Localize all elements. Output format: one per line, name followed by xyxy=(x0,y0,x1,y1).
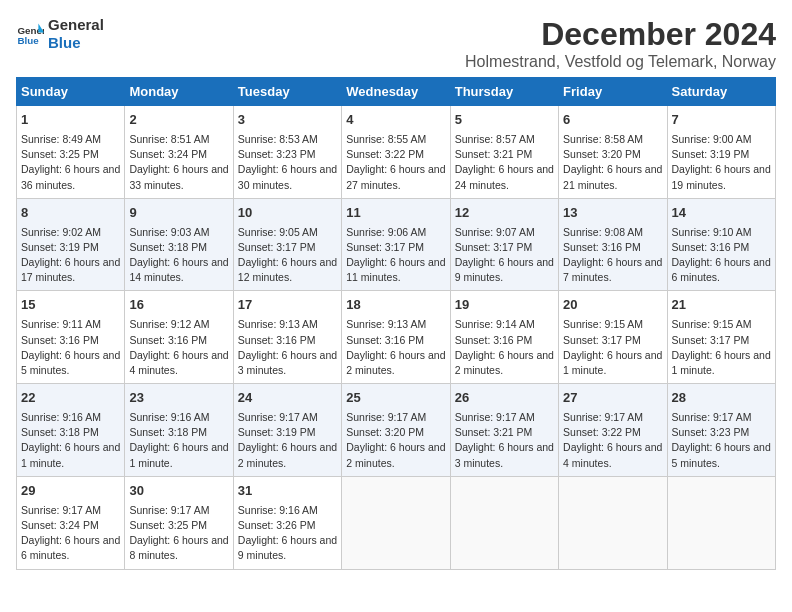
sunrise: Sunrise: 8:58 AM xyxy=(563,133,643,145)
calendar-cell: 20Sunrise: 9:15 AMSunset: 3:17 PMDayligh… xyxy=(559,291,667,384)
calendar-cell: 27Sunrise: 9:17 AMSunset: 3:22 PMDayligh… xyxy=(559,384,667,477)
sunset: Sunset: 3:24 PM xyxy=(129,148,207,160)
sunset: Sunset: 3:17 PM xyxy=(455,241,533,253)
calendar-header-row: SundayMondayTuesdayWednesdayThursdayFrid… xyxy=(17,78,776,106)
day-number: 11 xyxy=(346,204,445,223)
day-number: 27 xyxy=(563,389,662,408)
sunrise: Sunrise: 9:17 AM xyxy=(21,504,101,516)
sunrise: Sunrise: 9:15 AM xyxy=(672,318,752,330)
sunset: Sunset: 3:19 PM xyxy=(238,426,316,438)
daylight: Daylight: 6 hours and 2 minutes. xyxy=(346,441,445,468)
sunset: Sunset: 3:16 PM xyxy=(672,241,750,253)
week-row-1: 1Sunrise: 8:49 AMSunset: 3:25 PMDaylight… xyxy=(17,106,776,199)
header-tuesday: Tuesday xyxy=(233,78,341,106)
header-thursday: Thursday xyxy=(450,78,558,106)
sunrise: Sunrise: 9:16 AM xyxy=(238,504,318,516)
sunrise: Sunrise: 8:53 AM xyxy=(238,133,318,145)
calendar-cell: 11Sunrise: 9:06 AMSunset: 3:17 PMDayligh… xyxy=(342,198,450,291)
calendar-cell: 15Sunrise: 9:11 AMSunset: 3:16 PMDayligh… xyxy=(17,291,125,384)
header-monday: Monday xyxy=(125,78,233,106)
day-number: 12 xyxy=(455,204,554,223)
calendar-cell: 28Sunrise: 9:17 AMSunset: 3:23 PMDayligh… xyxy=(667,384,775,477)
calendar-cell: 3Sunrise: 8:53 AMSunset: 3:23 PMDaylight… xyxy=(233,106,341,199)
daylight: Daylight: 6 hours and 33 minutes. xyxy=(129,163,228,190)
day-number: 23 xyxy=(129,389,228,408)
sunrise: Sunrise: 9:07 AM xyxy=(455,226,535,238)
sunrise: Sunrise: 9:17 AM xyxy=(563,411,643,423)
day-number: 6 xyxy=(563,111,662,130)
daylight: Daylight: 6 hours and 2 minutes. xyxy=(238,441,337,468)
daylight: Daylight: 6 hours and 5 minutes. xyxy=(21,349,120,376)
calendar-cell: 1Sunrise: 8:49 AMSunset: 3:25 PMDaylight… xyxy=(17,106,125,199)
calendar-cell xyxy=(450,476,558,569)
sunset: Sunset: 3:19 PM xyxy=(672,148,750,160)
calendar-cell: 10Sunrise: 9:05 AMSunset: 3:17 PMDayligh… xyxy=(233,198,341,291)
sunrise: Sunrise: 9:17 AM xyxy=(672,411,752,423)
calendar-cell: 14Sunrise: 9:10 AMSunset: 3:16 PMDayligh… xyxy=(667,198,775,291)
day-number: 7 xyxy=(672,111,771,130)
calendar-cell: 13Sunrise: 9:08 AMSunset: 3:16 PMDayligh… xyxy=(559,198,667,291)
sunrise: Sunrise: 9:17 AM xyxy=(346,411,426,423)
calendar-cell: 16Sunrise: 9:12 AMSunset: 3:16 PMDayligh… xyxy=(125,291,233,384)
daylight: Daylight: 6 hours and 4 minutes. xyxy=(563,441,662,468)
calendar-cell: 21Sunrise: 9:15 AMSunset: 3:17 PMDayligh… xyxy=(667,291,775,384)
daylight: Daylight: 6 hours and 1 minute. xyxy=(21,441,120,468)
day-number: 28 xyxy=(672,389,771,408)
daylight: Daylight: 6 hours and 3 minutes. xyxy=(238,349,337,376)
sunset: Sunset: 3:18 PM xyxy=(129,241,207,253)
calendar-table: SundayMondayTuesdayWednesdayThursdayFrid… xyxy=(16,77,776,570)
sunset: Sunset: 3:22 PM xyxy=(346,148,424,160)
daylight: Daylight: 6 hours and 7 minutes. xyxy=(563,256,662,283)
daylight: Daylight: 6 hours and 1 minute. xyxy=(129,441,228,468)
sunset: Sunset: 3:24 PM xyxy=(21,519,99,531)
sunrise: Sunrise: 9:08 AM xyxy=(563,226,643,238)
sunset: Sunset: 3:21 PM xyxy=(455,426,533,438)
week-row-5: 29Sunrise: 9:17 AMSunset: 3:24 PMDayligh… xyxy=(17,476,776,569)
sunrise: Sunrise: 9:05 AM xyxy=(238,226,318,238)
day-number: 17 xyxy=(238,296,337,315)
day-number: 14 xyxy=(672,204,771,223)
calendar-cell: 23Sunrise: 9:16 AMSunset: 3:18 PMDayligh… xyxy=(125,384,233,477)
calendar-cell: 7Sunrise: 9:00 AMSunset: 3:19 PMDaylight… xyxy=(667,106,775,199)
day-number: 9 xyxy=(129,204,228,223)
daylight: Daylight: 6 hours and 1 minute. xyxy=(563,349,662,376)
sunset: Sunset: 3:25 PM xyxy=(21,148,99,160)
day-number: 30 xyxy=(129,482,228,501)
calendar-cell: 2Sunrise: 8:51 AMSunset: 3:24 PMDaylight… xyxy=(125,106,233,199)
sunrise: Sunrise: 9:11 AM xyxy=(21,318,101,330)
day-number: 15 xyxy=(21,296,120,315)
calendar-cell: 12Sunrise: 9:07 AMSunset: 3:17 PMDayligh… xyxy=(450,198,558,291)
sunrise: Sunrise: 9:13 AM xyxy=(346,318,426,330)
logo-blue: Blue xyxy=(48,34,104,52)
daylight: Daylight: 6 hours and 1 minute. xyxy=(672,349,771,376)
calendar-cell xyxy=(667,476,775,569)
sunset: Sunset: 3:18 PM xyxy=(129,426,207,438)
sunrise: Sunrise: 9:17 AM xyxy=(238,411,318,423)
daylight: Daylight: 6 hours and 5 minutes. xyxy=(672,441,771,468)
calendar-cell: 18Sunrise: 9:13 AMSunset: 3:16 PMDayligh… xyxy=(342,291,450,384)
calendar-cell: 5Sunrise: 8:57 AMSunset: 3:21 PMDaylight… xyxy=(450,106,558,199)
header-wednesday: Wednesday xyxy=(342,78,450,106)
daylight: Daylight: 6 hours and 19 minutes. xyxy=(672,163,771,190)
calendar-cell: 6Sunrise: 8:58 AMSunset: 3:20 PMDaylight… xyxy=(559,106,667,199)
sunset: Sunset: 3:16 PM xyxy=(129,334,207,346)
daylight: Daylight: 6 hours and 2 minutes. xyxy=(346,349,445,376)
sunrise: Sunrise: 9:16 AM xyxy=(129,411,209,423)
calendar-cell: 22Sunrise: 9:16 AMSunset: 3:18 PMDayligh… xyxy=(17,384,125,477)
header: General Blue General Blue December 2024 … xyxy=(16,16,776,71)
subtitle: Holmestrand, Vestfold og Telemark, Norwa… xyxy=(465,53,776,71)
main-title: December 2024 xyxy=(465,16,776,53)
calendar-cell: 25Sunrise: 9:17 AMSunset: 3:20 PMDayligh… xyxy=(342,384,450,477)
sunrise: Sunrise: 9:02 AM xyxy=(21,226,101,238)
sunset: Sunset: 3:16 PM xyxy=(346,334,424,346)
logo-general: General xyxy=(48,16,104,34)
calendar-cell: 19Sunrise: 9:14 AMSunset: 3:16 PMDayligh… xyxy=(450,291,558,384)
daylight: Daylight: 6 hours and 24 minutes. xyxy=(455,163,554,190)
sunrise: Sunrise: 8:49 AM xyxy=(21,133,101,145)
sunset: Sunset: 3:16 PM xyxy=(238,334,316,346)
sunset: Sunset: 3:23 PM xyxy=(672,426,750,438)
sunrise: Sunrise: 9:13 AM xyxy=(238,318,318,330)
sunset: Sunset: 3:17 PM xyxy=(238,241,316,253)
calendar-cell: 9Sunrise: 9:03 AMSunset: 3:18 PMDaylight… xyxy=(125,198,233,291)
daylight: Daylight: 6 hours and 9 minutes. xyxy=(455,256,554,283)
